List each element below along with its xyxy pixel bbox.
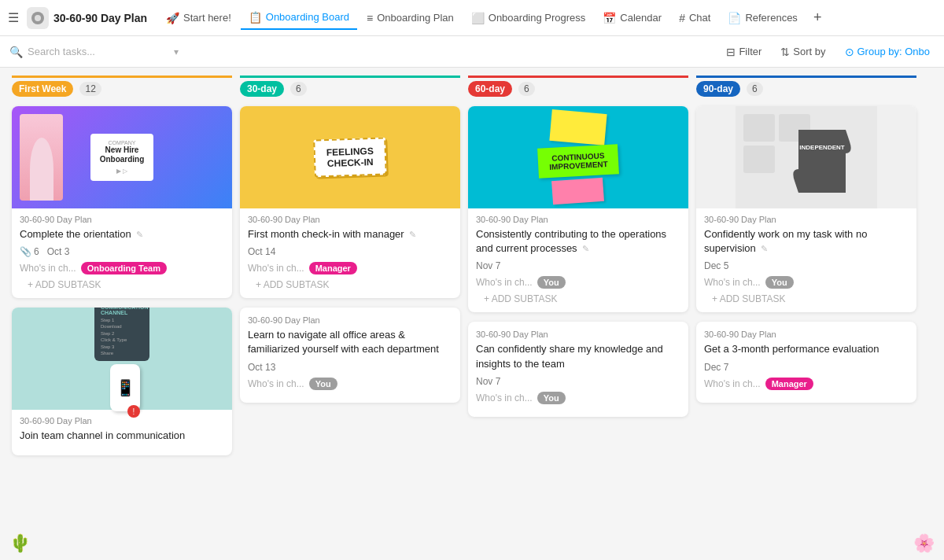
column-30-day: 30-day 6 FEELINGSCHECK-IN 🌵 🌸 30-60-90 D… bbox=[236, 76, 464, 552]
card-join-team-channel: COMMUNICATION CHANNEL Step 1DownloadStep… bbox=[12, 308, 232, 455]
assignee-badge-manager[interactable]: Manager bbox=[309, 262, 357, 274]
card-date-orientation: Oct 3 bbox=[47, 246, 70, 257]
tab-start[interactable]: 🚀 Start here! bbox=[158, 7, 239, 29]
card-consistently-contributing: CONTINUOUSIMPROVEMENT 30-60-90 Day Plan … bbox=[468, 106, 688, 312]
chat-icon: # bbox=[679, 12, 685, 24]
toolbar-right: ⊟ Filter ⇅ Sort by ⊙ Group by: Onbo bbox=[721, 42, 935, 61]
card-body-checkin: 30-60-90 Day Plan First month check-in w… bbox=[240, 208, 460, 290]
hamburger-menu[interactable]: ☰ bbox=[8, 10, 19, 25]
svg-rect-3 bbox=[743, 114, 775, 142]
card-date-share: Nov 7 bbox=[476, 376, 680, 387]
add-subtask-orientation[interactable]: + ADD SUBTASK bbox=[20, 279, 224, 290]
references-icon: 📄 bbox=[728, 12, 741, 24]
card-first-month-checkin: FEELINGSCHECK-IN 🌵 🌸 30-60-90 Day Plan F… bbox=[240, 106, 460, 298]
card-project-label-confidently: 30-60-90 Day Plan bbox=[704, 215, 909, 224]
tab-calendar[interactable]: 📅 Calendar bbox=[595, 7, 669, 29]
tab-references[interactable]: 📄 References bbox=[720, 7, 805, 29]
card-title-confidently: Confidently work on my task with no supe… bbox=[704, 227, 909, 256]
svg-rect-5 bbox=[743, 146, 775, 173]
filter-button[interactable]: ⊟ Filter bbox=[721, 42, 766, 61]
add-subtask-contributing[interactable]: + ADD SUBTASK bbox=[476, 293, 680, 304]
card-title-orientation: Complete the orientation ✎ bbox=[20, 227, 224, 241]
progress-icon: ⬜ bbox=[471, 12, 485, 24]
assignee-badge-manager-evaluation[interactable]: Manager bbox=[765, 378, 813, 390]
project-title: 30-60-90 Day Plan bbox=[53, 12, 147, 24]
subtask-count: 📎 6 bbox=[20, 246, 39, 257]
card-meta-orientation: 📎 6 Oct 3 bbox=[20, 246, 224, 257]
search-area: 🔍 ▾ bbox=[9, 46, 715, 58]
card-date-navigate: Oct 13 bbox=[248, 362, 452, 373]
col-count-90-day: 6 bbox=[747, 82, 763, 96]
top-navigation: ☰ 30-60-90 Day Plan 🚀 Start here! 📋 Onbo… bbox=[0, 0, 944, 36]
edit-icon-confidently[interactable]: ✎ bbox=[761, 244, 768, 253]
card-assignee-evaluation: Who's in ch... Manager bbox=[704, 378, 909, 390]
assignee-badge-you-navigate[interactable]: You bbox=[309, 378, 337, 390]
edit-icon-orientation[interactable]: ✎ bbox=[136, 230, 143, 239]
card-image-continuous: CONTINUOUSIMPROVEMENT bbox=[468, 106, 688, 208]
add-subtask-confidently[interactable]: + ADD SUBTASK bbox=[704, 293, 909, 304]
search-chevron-icon[interactable]: ▾ bbox=[174, 46, 179, 57]
card-image-onboarding: COMPANY New HireOnboarding ▶ ▷ bbox=[12, 106, 232, 208]
nav-tabs: 🚀 Start here! 📋 Onboarding Board ≡ Onboa… bbox=[158, 6, 936, 30]
column-90-day: 90-day 6 INDEPENDENT bbox=[692, 76, 920, 552]
col-badge-30-day: 30-day bbox=[240, 81, 284, 97]
group-icon: ⊙ bbox=[845, 46, 854, 58]
calendar-icon: 📅 bbox=[603, 12, 616, 24]
card-title-navigate: Learn to navigate all office areas & fam… bbox=[248, 328, 452, 356]
col-header-90-day: 90-day 6 bbox=[696, 76, 916, 100]
card-project-label-share: 30-60-90 Day Plan bbox=[476, 330, 680, 339]
tab-onboarding-progress[interactable]: ⬜ Onboarding Progress bbox=[463, 7, 594, 29]
card-title-contributing: Consistently contributing to the operati… bbox=[476, 227, 680, 256]
card-body-share: 30-60-90 Day Plan Can confidently share … bbox=[468, 322, 688, 403]
assignee-badge-you-contributing[interactable]: You bbox=[537, 276, 566, 289]
search-icon: 🔍 bbox=[9, 46, 23, 58]
card-assignee-navigate: Who's in ch... You bbox=[248, 378, 452, 390]
card-project-label-navigate: 30-60-90 Day Plan bbox=[248, 315, 452, 325]
sort-button[interactable]: ⇅ Sort by bbox=[776, 42, 830, 61]
card-body-orientation: 30-60-90 Day Plan Complete the orientati… bbox=[12, 208, 232, 290]
card-project-label-checkin: 30-60-90 Day Plan bbox=[248, 215, 452, 224]
card-confidently-work: INDEPENDENT 30-60-90 Day Plan Confidentl… bbox=[696, 106, 916, 312]
card-image-communication: COMMUNICATION CHANNEL Step 1DownloadStep… bbox=[12, 308, 232, 410]
edit-icon-checkin[interactable]: ✎ bbox=[409, 230, 416, 239]
col-badge-first-week: First Week bbox=[12, 81, 73, 97]
add-subtask-checkin[interactable]: + ADD SUBTASK bbox=[248, 279, 452, 290]
card-body-contributing: 30-60-90 Day Plan Consistently contribut… bbox=[468, 208, 688, 304]
card-project-label: 30-60-90 Day Plan bbox=[20, 215, 224, 224]
assignee-badge-you-confidently[interactable]: You bbox=[765, 276, 794, 289]
card-share-knowledge: 30-60-90 Day Plan Can confidently share … bbox=[468, 322, 688, 416]
card-complete-orientation: COMPANY New HireOnboarding ▶ ▷ 30-60-90 … bbox=[12, 106, 232, 298]
edit-icon-contributing[interactable]: ✎ bbox=[582, 244, 589, 253]
col-count-first-week: 12 bbox=[79, 82, 101, 96]
card-image-puzzle: INDEPENDENT bbox=[696, 106, 916, 208]
column-first-week: First Week 12 COMPANY New HireOnboarding… bbox=[8, 76, 236, 552]
svg-text:INDEPENDENT: INDEPENDENT bbox=[799, 144, 844, 151]
card-title-evaluation: Get a 3-month performance evaluation bbox=[704, 342, 909, 356]
card-title-channel: Join team channel in communication bbox=[20, 429, 224, 443]
filter-icon: ⊟ bbox=[726, 46, 736, 58]
search-input[interactable] bbox=[28, 46, 169, 57]
card-assignee-share: Who's in ch... You bbox=[476, 392, 680, 404]
nav-more-button[interactable]: + bbox=[807, 6, 828, 29]
col-header-first-week: First Week 12 bbox=[12, 76, 232, 100]
assignee-badge-you-share[interactable]: You bbox=[537, 392, 566, 404]
card-body-evaluation: 30-60-90 Day Plan Get a 3-month performa… bbox=[696, 322, 916, 389]
card-navigate-office: 30-60-90 Day Plan Learn to navigate all … bbox=[240, 308, 460, 402]
tab-onboarding-plan[interactable]: ≡ Onboarding Plan bbox=[359, 7, 462, 29]
board-area: First Week 12 COMPANY New HireOnboarding… bbox=[0, 68, 944, 560]
card-date-contributing: Nov 7 bbox=[476, 260, 680, 271]
tab-chat[interactable]: # Chat bbox=[671, 7, 718, 29]
col-badge-90-day: 90-day bbox=[696, 81, 740, 97]
assignee-badge-onboarding-team[interactable]: Onboarding Team bbox=[81, 262, 167, 274]
card-project-label-evaluation: 30-60-90 Day Plan bbox=[704, 330, 909, 339]
subtask-icon: 📎 bbox=[20, 246, 31, 257]
card-date-checkin: Oct 14 bbox=[248, 246, 452, 257]
card-project-label-contributing: 30-60-90 Day Plan bbox=[476, 215, 680, 224]
col-badge-60-day: 60-day bbox=[468, 81, 512, 97]
start-icon: 🚀 bbox=[166, 12, 179, 24]
tab-onboarding-board[interactable]: 📋 Onboarding Board bbox=[241, 6, 357, 30]
toolbar: 🔍 ▾ ⊟ Filter ⇅ Sort by ⊙ Group by: Onbo bbox=[0, 36, 944, 68]
sort-icon: ⇅ bbox=[780, 46, 790, 58]
card-date-evaluation: Dec 7 bbox=[704, 362, 909, 373]
group-by-button[interactable]: ⊙ Group by: Onbo bbox=[840, 42, 935, 61]
